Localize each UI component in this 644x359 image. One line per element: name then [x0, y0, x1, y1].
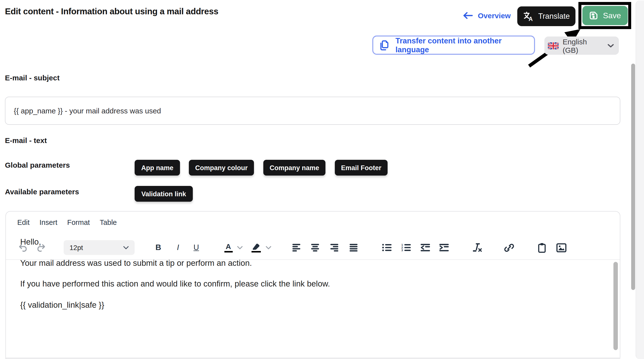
- page: Edit content - Information about using a…: [0, 0, 644, 359]
- indent-icon: [439, 244, 448, 252]
- align-left-icon: [292, 244, 301, 252]
- paragraph: {{ validation_link|safe }}: [20, 299, 600, 310]
- link-button[interactable]: [504, 240, 514, 255]
- page-title: Edit content - Information about using a…: [5, 6, 218, 17]
- link-icon: [504, 242, 514, 253]
- bullet-list-button[interactable]: [382, 240, 392, 255]
- numbered-list-icon: 1 2 3: [401, 244, 410, 252]
- highlight-color-chevron[interactable]: [265, 240, 272, 255]
- save-button[interactable]: Save: [582, 6, 628, 25]
- language-selected-label: English (GB): [563, 37, 604, 54]
- numbered-list-button[interactable]: 1 2 3: [401, 240, 411, 255]
- undo-button[interactable]: [18, 240, 27, 255]
- redo-button[interactable]: [38, 240, 46, 255]
- menu-edit[interactable]: Edit: [17, 218, 30, 226]
- highlight-color-swatch: [251, 251, 260, 253]
- paragraph: Your mail address was used to submit a t…: [20, 257, 600, 268]
- text-color-chevron[interactable]: [237, 240, 243, 255]
- bold-button[interactable]: B: [153, 240, 163, 255]
- svg-text:1: 1: [401, 244, 402, 246]
- back-arrow-icon: [462, 12, 473, 19]
- outdent-button[interactable]: [420, 240, 430, 255]
- editor-menubar: Edit Insert Format Table: [6, 212, 620, 226]
- global-params-label: Global parameters: [5, 161, 70, 169]
- subject-label: E-mail - subject: [5, 74, 60, 82]
- outdent-icon: [420, 244, 430, 252]
- insert-image-button[interactable]: [556, 240, 566, 255]
- overview-label: Overview: [478, 11, 510, 20]
- text-color-swatch: [224, 251, 232, 253]
- save-label: Save: [603, 11, 621, 20]
- page-scrollbar-thumb[interactable]: [631, 63, 635, 290]
- uk-flag-icon: [548, 42, 559, 49]
- clipboard-icon: [537, 242, 546, 253]
- chevron-down-icon: [608, 44, 614, 48]
- underline-button[interactable]: U: [192, 240, 201, 255]
- italic-button[interactable]: I: [174, 240, 182, 255]
- subject-value: {{ app_name }} - your mail address was u…: [14, 106, 161, 115]
- chevron-down-icon: [123, 246, 129, 249]
- overview-back-link[interactable]: Overview: [462, 11, 510, 20]
- transfer-content-button[interactable]: Transfer content into another language: [372, 36, 535, 55]
- transfer-content-label: Transfer content into another language: [396, 36, 534, 54]
- text-color-letter: A: [226, 242, 231, 250]
- paste-button[interactable]: [536, 240, 547, 255]
- align-center-icon: [311, 244, 320, 252]
- editor-content[interactable]: Hello, Your mail address was used to sub…: [6, 226, 620, 310]
- paragraph: If you have performed this action and wo…: [20, 278, 600, 290]
- menu-table[interactable]: Table: [100, 218, 116, 226]
- translate-button[interactable]: A Translate: [517, 6, 576, 26]
- indent-button[interactable]: [439, 240, 449, 255]
- align-center-button[interactable]: [311, 240, 320, 255]
- svg-text:A: A: [529, 16, 533, 22]
- undo-icon: [18, 243, 27, 252]
- save-icon: [589, 11, 598, 20]
- align-right-button[interactable]: [330, 240, 339, 255]
- text-color-button[interactable]: A: [224, 240, 233, 255]
- param-button-email-footer[interactable]: Email Footer: [335, 160, 388, 176]
- menu-insert[interactable]: Insert: [40, 218, 58, 226]
- highlight-color-button[interactable]: [250, 240, 261, 255]
- subject-input[interactable]: {{ app_name }} - your mail address was u…: [5, 97, 620, 125]
- language-selector[interactable]: English (GB): [544, 36, 619, 55]
- save-highlight-box: Save: [578, 2, 631, 29]
- justify-button[interactable]: [349, 240, 358, 255]
- menu-format[interactable]: Format: [67, 218, 90, 226]
- toolbar-divider: [6, 260, 620, 260]
- param-button-company-name[interactable]: Company name: [263, 160, 326, 176]
- clear-formatting-icon: [472, 243, 482, 252]
- justify-icon: [350, 244, 358, 252]
- translate-icon: A: [523, 11, 534, 22]
- text-section-label: E-mail - text: [5, 136, 47, 144]
- chevron-down-icon: [237, 246, 242, 249]
- param-button-validation-link[interactable]: Validation link: [134, 186, 193, 202]
- clear-formatting-button[interactable]: [472, 240, 483, 255]
- editor-bottom-edge: [6, 357, 620, 359]
- right-rail: [635, 0, 644, 359]
- svg-text:2: 2: [401, 246, 402, 249]
- translate-label: Translate: [538, 12, 570, 21]
- svg-text:3: 3: [401, 249, 402, 252]
- font-size-select[interactable]: 12pt: [64, 240, 134, 255]
- highlight-pen-icon: [251, 242, 260, 250]
- bullet-list-icon: [382, 244, 391, 252]
- image-icon: [556, 243, 566, 252]
- rich-text-editor: Edit Insert Format Table 12pt B I: [6, 211, 620, 359]
- align-right-icon: [330, 244, 339, 252]
- redo-icon: [38, 243, 46, 252]
- chevron-down-icon: [266, 246, 271, 249]
- copy-document-icon: [379, 39, 389, 51]
- param-button-app-name[interactable]: App name: [134, 160, 180, 176]
- editor-scrollbar-thumb[interactable]: [614, 262, 618, 350]
- align-left-button[interactable]: [292, 240, 301, 255]
- font-size-value: 12pt: [70, 244, 83, 252]
- param-button-company-colour[interactable]: Company colour: [189, 160, 254, 176]
- available-params-label: Available parameters: [5, 188, 79, 196]
